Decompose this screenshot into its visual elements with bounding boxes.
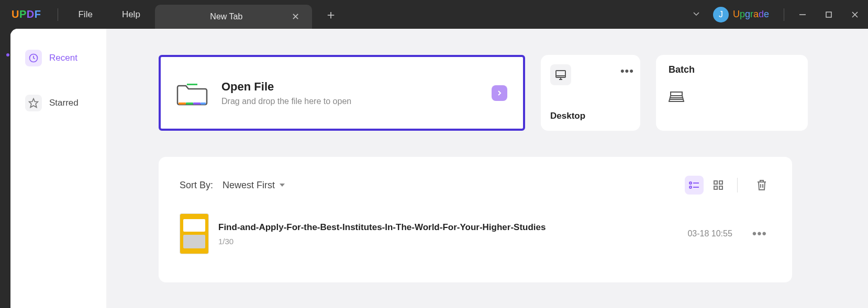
menu-help[interactable]: Help: [107, 9, 155, 20]
folder-icon: [176, 81, 208, 106]
svg-rect-11: [556, 71, 565, 77]
sort-dropdown[interactable]: Newest First: [222, 180, 285, 191]
separator: [784, 8, 784, 21]
sort-by-label: Sort By:: [180, 180, 213, 191]
svg-rect-1: [826, 12, 831, 17]
sidebar-label: Starred: [49, 98, 79, 108]
main-content: Open File Drag and drop the file here to…: [106, 29, 868, 308]
menu-file[interactable]: File: [63, 9, 107, 20]
svg-rect-9: [193, 102, 201, 105]
open-file-subtitle: Drag and drop the file here to open: [221, 97, 351, 106]
list-view-button[interactable]: [685, 176, 704, 195]
desktop-label: Desktop: [550, 111, 585, 121]
svg-rect-25: [719, 186, 722, 189]
file-thumbnail: [180, 213, 209, 254]
trash-button[interactable]: [752, 176, 771, 195]
app-body: Recent Starred Open File: [10, 29, 868, 308]
file-date: 03-18 10:55: [687, 229, 732, 238]
file-name: Find-and-Apply-For-the-Best-Institutes-I…: [218, 222, 687, 233]
tab-title: New Tab: [164, 12, 288, 21]
close-window-button[interactable]: [842, 0, 868, 29]
svg-rect-15: [671, 92, 682, 96]
sidebar-label: Recent: [49, 53, 77, 63]
file-more-icon[interactable]: •••: [748, 226, 771, 241]
sidebar-item-recent[interactable]: Recent: [18, 43, 99, 73]
separator: [737, 178, 738, 192]
grid-view-button[interactable]: [709, 176, 728, 195]
svg-marker-5: [29, 99, 38, 108]
svg-point-20: [689, 186, 692, 188]
add-tab-button[interactable]: ＋: [312, 6, 350, 23]
close-tab-icon[interactable]: ✕: [288, 10, 303, 24]
file-row[interactable]: Find-and-Apply-For-the-Best-Institutes-I…: [180, 213, 771, 254]
sidebar-item-starred[interactable]: Starred: [18, 88, 99, 118]
svg-rect-24: [714, 186, 717, 189]
desktop-card[interactable]: ••• Desktop: [541, 55, 640, 131]
list-header: Sort By: Newest First: [180, 176, 771, 195]
svg-rect-6: [187, 84, 197, 85]
svg-rect-7: [179, 102, 186, 105]
svg-rect-22: [714, 181, 717, 184]
sidebar: Recent Starred: [10, 29, 106, 308]
desktop-more-icon[interactable]: •••: [620, 64, 634, 78]
open-file-arrow-icon[interactable]: [492, 85, 507, 101]
svg-rect-8: [186, 102, 193, 105]
open-file-title: Open File: [221, 80, 351, 94]
star-icon: [25, 95, 42, 111]
maximize-button[interactable]: [816, 0, 842, 29]
titlebar: UPDF File Help New Tab ✕ ＋ J Upgrade: [0, 0, 868, 29]
open-file-card[interactable]: Open File Drag and drop the file here to…: [159, 55, 525, 131]
batch-label: Batch: [669, 64, 795, 75]
svg-point-18: [689, 182, 692, 184]
file-list-panel: Sort By: Newest First: [159, 157, 792, 282]
user-avatar[interactable]: J: [713, 7, 729, 22]
minimize-button[interactable]: [789, 0, 816, 29]
monitor-icon: [550, 64, 571, 85]
active-indicator-dot: [6, 53, 9, 56]
chevron-down-icon: [279, 182, 285, 188]
tabs-dropdown-icon[interactable]: [680, 9, 713, 20]
svg-rect-10: [201, 102, 206, 105]
batch-card[interactable]: Batch: [656, 55, 808, 131]
file-page-count: 1/30: [218, 237, 687, 246]
separator: [58, 8, 58, 21]
app-logo: UPDF: [0, 8, 52, 20]
batch-stack-icon: [669, 90, 795, 106]
svg-rect-23: [719, 181, 722, 184]
upgrade-button[interactable]: Upgrade: [733, 9, 769, 20]
clock-icon: [25, 50, 42, 66]
tab-new[interactable]: New Tab ✕: [155, 5, 312, 29]
